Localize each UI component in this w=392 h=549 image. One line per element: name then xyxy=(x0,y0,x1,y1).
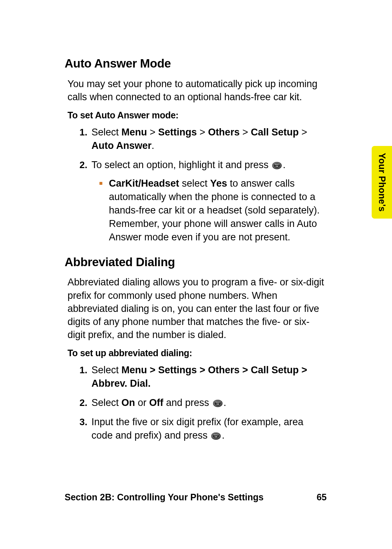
section-abbrev-dial: Abbreviated Dialing Abbreviated dialing … xyxy=(65,255,327,442)
section-tab: Your Phone's xyxy=(372,146,392,219)
t: Others xyxy=(208,127,240,138)
step-2-text: Select On or Off and press . xyxy=(91,397,226,408)
t: Yes xyxy=(210,178,227,189)
step-1-text: Select Menu > Settings > Others > Call S… xyxy=(91,127,307,151)
menu-ok-icon xyxy=(213,399,223,407)
bullet-carkit: CarKit/Headset select Yes to answer call… xyxy=(109,177,327,244)
t: Settings xyxy=(158,127,197,138)
t: Select xyxy=(91,127,122,138)
step-1: Select Menu > Settings > Others > Call S… xyxy=(90,363,327,390)
t: To select an option, highlight it and pr… xyxy=(91,159,271,170)
t: Select xyxy=(91,365,122,375)
intro-auto-answer: You may set your phone to automatically … xyxy=(68,77,327,103)
step-3: Input the five or six digit prefix (for … xyxy=(90,415,327,442)
t: . xyxy=(283,159,286,170)
heading-abbrev-dial: Abbreviated Dialing xyxy=(65,255,327,269)
task-heading-auto-answer: To set Auto Answer mode: xyxy=(68,110,327,121)
t: . xyxy=(222,430,225,441)
section-auto-answer: Auto Answer Mode You may set your phone … xyxy=(65,56,327,244)
step-1-text: Select Menu > Settings > Others > Call S… xyxy=(91,365,307,389)
t: CarKit/Headset xyxy=(109,178,179,189)
page-footer: Section 2B: Controlling Your Phone's Set… xyxy=(65,492,327,503)
t: or xyxy=(135,397,149,408)
t: . xyxy=(152,140,155,151)
step-2: Select On or Off and press . xyxy=(90,396,327,410)
task-heading-abbrev-dial: To set up abbreviated dialing: xyxy=(68,348,327,358)
heading-auto-answer: Auto Answer Mode xyxy=(65,56,327,71)
step-3-text: Input the five or six digit prefix (for … xyxy=(91,416,303,441)
step-2-text: To select an option, highlight it and pr… xyxy=(91,159,286,170)
t: Menu xyxy=(122,127,147,138)
t: and press xyxy=(163,397,212,408)
menu-ok-icon xyxy=(272,162,282,170)
footer-section-label: Section 2B: Controlling Your Phone's Set… xyxy=(65,492,264,503)
t: Auto Answer xyxy=(91,140,152,151)
t: . xyxy=(224,397,226,408)
intro-abbrev-dial: Abbreviated dialing allows you to progra… xyxy=(68,276,327,341)
menu-ok-icon xyxy=(211,432,221,440)
page-number: 65 xyxy=(317,492,327,503)
sub-bullets: CarKit/Headset select Yes to answer call… xyxy=(91,177,327,244)
t: select xyxy=(179,178,211,189)
t: Call Setup xyxy=(251,127,299,138)
manual-page: Your Phone's Auto Answer Mode You may se… xyxy=(0,0,392,549)
t: Menu > Settings > Others > Call Setup > … xyxy=(91,365,307,389)
steps-auto-answer: Select Menu > Settings > Others > Call S… xyxy=(68,126,327,244)
step-2: To select an option, highlight it and pr… xyxy=(90,158,327,244)
steps-abbrev-dial: Select Menu > Settings > Others > Call S… xyxy=(68,363,327,442)
section-tab-label: Your Phone's xyxy=(377,153,387,212)
t: On xyxy=(122,397,135,408)
step-1: Select Menu > Settings > Others > Call S… xyxy=(90,126,327,152)
t: Select xyxy=(91,397,122,408)
t: Off xyxy=(149,397,163,408)
t: Input the five or six digit prefix (for … xyxy=(91,416,303,441)
